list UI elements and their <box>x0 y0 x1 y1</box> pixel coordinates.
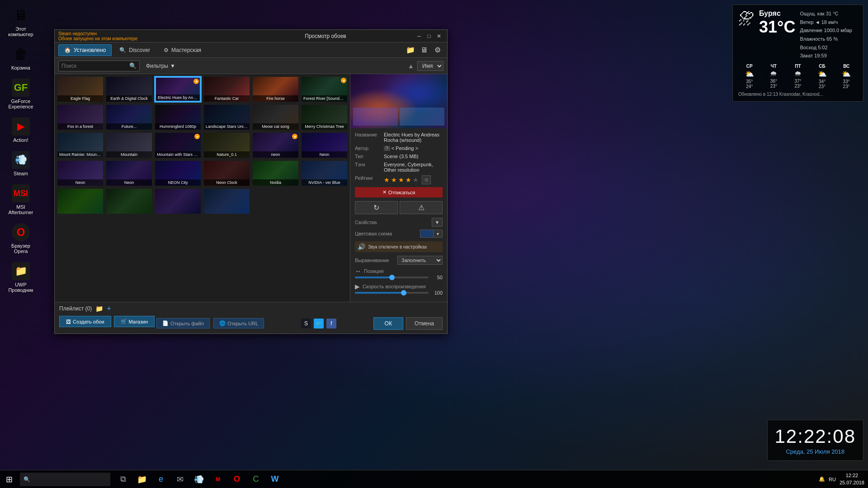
close-button[interactable]: ✕ <box>434 32 443 41</box>
wallpaper-item-1[interactable]: Eagle Flag <box>57 76 104 103</box>
weather-day-sat: СБ ⛅ 34° 23° <box>811 64 834 89</box>
opera-icon-label: Браузер Opera <box>6 243 35 254</box>
settings-icon[interactable]: ⚙ <box>432 44 443 56</box>
wallpaper-item-6[interactable]: ★Forest River [Sound+Music 2] <box>301 76 348 103</box>
wallpaper-item-25[interactable] <box>57 188 104 215</box>
desktop-icon-cart[interactable]: 🗑 Корзина <box>5 43 37 72</box>
wallpaper-item-17[interactable]: ★neon <box>252 132 299 159</box>
link-buttons: 📄 Открыть файл 🌐 Открыть URL <box>156 318 264 328</box>
alignment-select[interactable]: Заполнить <box>397 256 443 265</box>
wallpaper-thumb-22: Neon Clock <box>204 161 250 186</box>
steam-social-icon[interactable]: S <box>301 319 311 328</box>
wallpaper-item-9[interactable]: Hummingbird 1080p <box>154 104 202 131</box>
wallpaper-item-13[interactable]: Mount Rainier. Mountain river 4K <box>57 132 104 159</box>
open-url-button[interactable]: 🌐 Открыть URL <box>213 318 264 328</box>
cancel-button[interactable]: Отмена <box>406 317 443 330</box>
twitter-social-icon[interactable]: 🐦 <box>314 319 324 328</box>
desktop-icon-uwp[interactable]: 📁 UWP Проводник <box>5 260 37 295</box>
wallpaper-item-4[interactable]: Fantastic Car <box>203 76 250 103</box>
maximize-button[interactable]: □ <box>425 32 434 41</box>
playlist-folder-icon[interactable]: 📁 <box>95 305 103 312</box>
position-slider[interactable] <box>355 277 429 278</box>
taskbar-task-view[interactable]: ⧉ <box>114 470 132 488</box>
wallpaper-item-8[interactable]: Future... <box>105 104 153 131</box>
unsubscribe-button[interactable]: ✕ Отписаться <box>355 187 443 197</box>
wallpaper-label-22: Neon Clock <box>204 179 250 186</box>
start-button[interactable]: ⊞ <box>0 470 18 488</box>
wallpaper-label-12: Merry Christmas Tree <box>302 123 347 130</box>
wallpaper-item-27[interactable] <box>154 188 202 215</box>
filter-button[interactable]: Фильтры ▼ <box>143 62 178 70</box>
playlist-add-button[interactable]: + <box>107 305 111 312</box>
playback-slider[interactable] <box>355 292 429 294</box>
taskbar-word-app[interactable]: W <box>266 470 284 488</box>
wallpaper-item-3[interactable]: ★Electric Hues by Andreas Rocha (w/sound… <box>154 76 202 103</box>
warning-button[interactable]: ⚠ <box>400 201 443 214</box>
shop-button[interactable]: 🛒 Магазин <box>114 316 155 327</box>
wallpaper-item-24[interactable]: NVIDIA - ver Blue <box>301 160 348 187</box>
position-value: 50 <box>431 275 443 280</box>
desktop-icon-geforce[interactable]: GF GeForce Experience <box>5 77 37 111</box>
facebook-social-icon[interactable]: f <box>326 319 336 328</box>
taskbar-mail[interactable]: ✉ <box>171 470 189 488</box>
tab-installed[interactable]: 🏠 Установлено <box>58 44 112 56</box>
workshop-icon: ⚙ <box>164 47 169 53</box>
tab-workshop[interactable]: ⚙ Мастерская <box>158 44 207 56</box>
create-icon: 🖼 <box>66 319 71 324</box>
desktop-icon-action[interactable]: ▶ Action! <box>5 116 37 145</box>
taskbar-msi-app[interactable]: M <box>209 470 227 488</box>
taskbar-edge[interactable]: e <box>152 470 170 488</box>
desktop-icon-opera[interactable]: O Браузер Opera <box>5 221 37 256</box>
wallpaper-item-12[interactable]: Merry Christmas Tree <box>301 104 348 131</box>
playlist-label: Плейлист (0) <box>59 305 92 312</box>
wallpaper-item-18[interactable]: Neon <box>301 132 348 159</box>
monitor-icon[interactable]: 🖥 <box>418 44 430 56</box>
wallpaper-grid-area[interactable]: Eagle FlagEarth & Digital Clock★Electric… <box>55 74 350 302</box>
wallpaper-item-20[interactable]: Neon <box>105 160 153 187</box>
taskbar-chrome-app[interactable]: C <box>247 470 265 488</box>
desktop-icon-steam[interactable]: 💨 Steam <box>5 149 37 178</box>
sort-direction-btn[interactable]: ▲ <box>406 61 415 70</box>
weather-widget: ⛈ Буряс 31°C Ощущ. как 31 °C Ветер ◄ 18 … <box>732 5 863 102</box>
wallpaper-item-10[interactable]: Landscape Stars Universe 1080p <box>203 104 250 131</box>
wallpaper-item-11[interactable]: Meow cat song <box>252 104 299 131</box>
wallpapers-view-icon[interactable]: 📁 <box>405 44 416 56</box>
wallpaper-item-5[interactable]: Fire horse <box>252 76 299 103</box>
wallpaper-item-19[interactable]: Neon <box>57 160 104 187</box>
search-input[interactable] <box>61 63 129 69</box>
color-swatch[interactable] <box>420 230 434 238</box>
taskbar-steam-app[interactable]: 💨 <box>190 470 208 488</box>
uwp-icon-label: UWP Проводник <box>6 282 35 293</box>
wallpaper-item-16[interactable]: Nature_0.1 <box>203 132 250 159</box>
taskbar-file-explorer[interactable]: 📁 <box>133 470 151 488</box>
wallpaper-item-2[interactable]: Earth & Digital Clock <box>105 76 153 103</box>
properties-dropdown[interactable]: ▾ <box>432 218 443 227</box>
refresh-button[interactable]: ↻ <box>355 201 398 214</box>
tab-discover[interactable]: 🔍 Discover <box>113 44 156 56</box>
taskbar-search[interactable] <box>20 473 110 486</box>
taskbar-notifications[interactable]: 🔔 <box>819 476 825 482</box>
wallpaper-item-26[interactable] <box>105 188 153 215</box>
playback-thumb[interactable] <box>401 290 406 296</box>
wallpaper-item-23[interactable]: Nvidia <box>252 160 299 187</box>
wallpaper-item-7[interactable]: Fox in a forest <box>57 104 104 131</box>
wallpaper-label-1: Eagle Flag <box>57 95 103 102</box>
wallpaper-item-28[interactable] <box>203 188 250 215</box>
ok-button[interactable]: ОК <box>373 317 403 330</box>
wallpaper-item-15[interactable]: ★Mountain with Stars [1080p 60FPS] <box>154 132 202 159</box>
color-dropdown[interactable]: ▾ <box>434 230 443 238</box>
open-file-button[interactable]: 📄 Открыть файл <box>156 318 210 328</box>
position-thumb[interactable] <box>389 275 395 280</box>
taskbar-opera-app[interactable]: O <box>228 470 246 488</box>
taskbar-keyboard[interactable]: RU <box>829 477 836 482</box>
wallpaper-label-8: Future... <box>106 123 152 130</box>
create-wallpaper-button[interactable]: 🖼 Создать обои <box>59 316 111 327</box>
wallpaper-item-21[interactable]: NEON City <box>154 160 202 187</box>
wallpaper-item-14[interactable]: Mountain <box>105 132 153 159</box>
minimize-button[interactable]: ─ <box>415 32 424 41</box>
sort-select[interactable]: Имя <box>417 61 443 71</box>
favorite-button[interactable]: ☆ <box>422 175 431 184</box>
desktop-icon-msi[interactable]: MSI MSI Afterburner <box>5 183 37 217</box>
wallpaper-item-22[interactable]: Neon Clock <box>203 160 250 187</box>
desktop-icon-computer[interactable]: 🖥 Этот компьютер <box>5 5 37 39</box>
